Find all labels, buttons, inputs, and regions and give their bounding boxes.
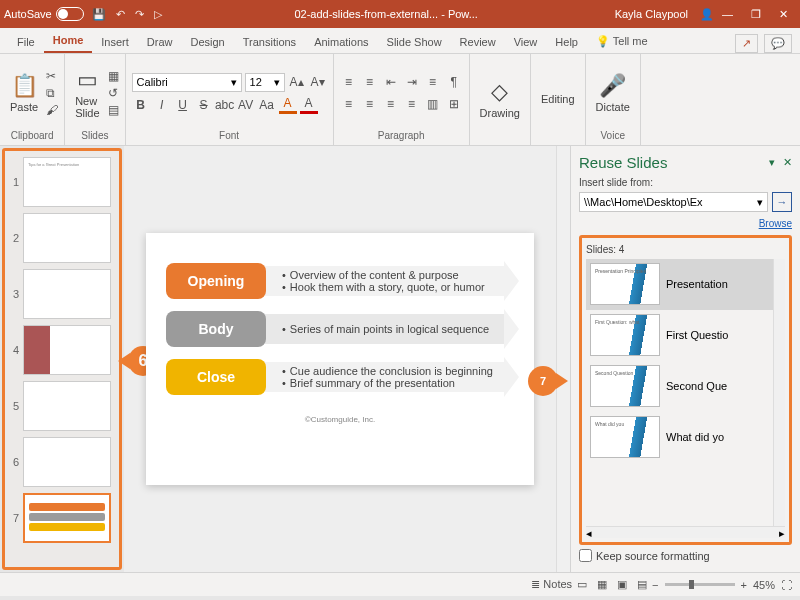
tab-help[interactable]: Help (546, 31, 587, 53)
thumbnail-5[interactable]: 5 (7, 379, 117, 433)
autosave-toggle[interactable]: AutoSave (4, 7, 84, 21)
align-left-button[interactable]: ≡ (340, 95, 358, 113)
font-color-button[interactable]: A (300, 96, 318, 114)
font-name-combo[interactable]: Calibri▾ (132, 73, 242, 92)
thumbnail-6[interactable]: 6 (7, 435, 117, 489)
redo-icon[interactable]: ↷ (135, 8, 144, 21)
zoom-out-icon[interactable]: − (652, 579, 658, 591)
sorter-view-icon[interactable]: ▦ (592, 578, 612, 591)
share-button[interactable]: ↗ (735, 34, 758, 53)
tab-home[interactable]: Home (44, 29, 93, 53)
tab-transitions[interactable]: Transitions (234, 31, 305, 53)
zoom-slider[interactable] (665, 583, 735, 586)
indent-increase-button[interactable]: ⇥ (403, 73, 421, 91)
bullets-button[interactable]: ≡ (340, 73, 358, 91)
font-size-combo[interactable]: 12▾ (245, 73, 285, 92)
thumbnail-2[interactable]: 2 (7, 211, 117, 265)
tab-file[interactable]: File (8, 31, 44, 53)
reuse-slide-4[interactable]: What did youWhat did yo (586, 412, 773, 463)
notes-button[interactable]: ≣ Notes (531, 578, 572, 591)
autosave-label: AutoSave (4, 8, 52, 20)
browse-link[interactable]: Browse (579, 218, 792, 229)
normal-view-icon[interactable]: ▭ (572, 578, 592, 591)
layout-icon[interactable]: ▦ (108, 69, 119, 83)
tab-draw[interactable]: Draw (138, 31, 182, 53)
restore-button[interactable]: ❐ (751, 8, 761, 21)
slide-canvas[interactable]: 6 Opening Overview of the content & purp… (124, 146, 556, 572)
user-label[interactable]: Kayla Claypool (615, 8, 688, 20)
cut-icon[interactable]: ✂ (46, 69, 58, 83)
comments-button[interactable]: 💬 (764, 34, 792, 53)
save-icon[interactable]: 💾 (92, 8, 106, 21)
panel-dropdown-icon[interactable]: ▾ (769, 156, 775, 169)
grow-font-button[interactable]: A▴ (288, 73, 306, 91)
new-slide-button[interactable]: ▭New Slide (71, 65, 103, 121)
thumbnail-1[interactable]: 1Tips for a Great Presentation (7, 155, 117, 209)
quick-access-toolbar: 💾 ↶ ↷ ▷ (92, 8, 162, 21)
keep-formatting-checkbox[interactable]: Keep source formatting (579, 545, 792, 566)
paste-button[interactable]: 📋Paste (6, 71, 42, 115)
shadow-button[interactable]: abc (216, 96, 234, 114)
thumbnail-3[interactable]: 3 (7, 267, 117, 321)
panel-close-icon[interactable]: ✕ (783, 156, 792, 169)
dictate-button[interactable]: 🎤Dictate (592, 71, 634, 115)
bullet-text: Brief summary of the presentation (282, 377, 493, 389)
minimize-button[interactable]: — (722, 8, 733, 21)
reuse-hscrollbar[interactable]: ◂▸ (586, 526, 785, 538)
thumbnail-4[interactable]: 4 (7, 323, 117, 377)
reuse-scrollbar[interactable] (773, 259, 785, 526)
go-button[interactable]: → (772, 192, 792, 212)
new-slide-icon: ▭ (77, 67, 98, 93)
toggle-off-icon[interactable] (56, 7, 84, 21)
path-combo[interactable]: \\Mac\Home\Desktop\Ex▾ (579, 192, 768, 212)
reuse-slide-2[interactable]: First Question: whatFirst Questio (586, 310, 773, 361)
tab-insert[interactable]: Insert (92, 31, 138, 53)
bold-button[interactable]: B (132, 96, 150, 114)
editing-button[interactable]: Editing (537, 91, 579, 107)
columns-button[interactable]: ▥ (424, 95, 442, 113)
bullets-close: Cue audience the conclusion is beginning… (282, 365, 493, 389)
slideshow-icon[interactable]: ▷ (154, 8, 162, 21)
drawing-button[interactable]: ◇Drawing (476, 77, 524, 121)
indent-decrease-button[interactable]: ⇤ (382, 73, 400, 91)
italic-button[interactable]: I (153, 96, 171, 114)
reuse-slide-3[interactable]: Second QuestionSecond Que (586, 361, 773, 412)
shrink-font-button[interactable]: A▾ (309, 73, 327, 91)
format-painter-icon[interactable]: 🖌 (46, 103, 58, 117)
reuse-slide-1[interactable]: Presentation PrinciplesPresentation (586, 259, 773, 310)
close-button[interactable]: ✕ (779, 8, 788, 21)
justify-button[interactable]: ≡ (403, 95, 421, 113)
checkbox-input[interactable] (579, 549, 592, 562)
reset-icon[interactable]: ↺ (108, 86, 119, 100)
reading-view-icon[interactable]: ▣ (612, 578, 632, 591)
zoom-in-icon[interactable]: + (741, 579, 747, 591)
underline-button[interactable]: U (174, 96, 192, 114)
reuse-preview: First Question: what (590, 314, 660, 356)
align-right-button[interactable]: ≡ (382, 95, 400, 113)
smartart-button[interactable]: ⊞ (445, 95, 463, 113)
copy-icon[interactable]: ⧉ (46, 86, 58, 100)
user-icon[interactable]: 👤 (700, 8, 714, 21)
tab-slideshow[interactable]: Slide Show (378, 31, 451, 53)
strike-button[interactable]: S (195, 96, 213, 114)
section-icon[interactable]: ▤ (108, 103, 119, 117)
highlight-button[interactable]: A (279, 96, 297, 114)
tab-animations[interactable]: Animations (305, 31, 377, 53)
align-center-button[interactable]: ≡ (361, 95, 379, 113)
canvas-scrollbar[interactable] (556, 146, 570, 572)
tab-review[interactable]: Review (451, 31, 505, 53)
line-spacing-button[interactable]: ≡ (424, 73, 442, 91)
tab-view[interactable]: View (505, 31, 547, 53)
tab-design[interactable]: Design (181, 31, 233, 53)
undo-icon[interactable]: ↶ (116, 8, 125, 21)
spacing-button[interactable]: AV (237, 96, 255, 114)
numbering-button[interactable]: ≡ (361, 73, 379, 91)
thumbnail-7[interactable]: 7 (7, 491, 117, 545)
text-direction-button[interactable]: ¶ (445, 73, 463, 91)
slideshow-view-icon[interactable]: ▤ (632, 578, 652, 591)
change-case-button[interactable]: Aa (258, 96, 276, 114)
zoom-control[interactable]: − + 45% ⛶ (652, 579, 792, 591)
zoom-level[interactable]: 45% (753, 579, 775, 591)
fit-to-window-icon[interactable]: ⛶ (781, 579, 792, 591)
tell-me[interactable]: 💡 Tell me (587, 30, 657, 53)
